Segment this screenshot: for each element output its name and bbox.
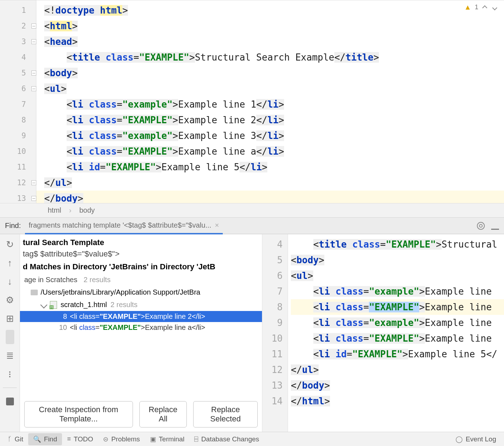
results-button-row: Create Inspection from Template... Repla… <box>20 397 262 432</box>
status-todo-label: TODO <box>74 435 93 443</box>
status-git-label: Git <box>15 435 23 443</box>
rerun-icon[interactable] <box>3 237 17 251</box>
editor-code[interactable]: <!doctype html><html><head> <title class… <box>36 0 504 203</box>
results-header: tural Search Template <box>20 234 262 248</box>
find-preview-pane[interactable]: 4567891011121314 <title class="EXAMPLE">… <box>262 234 504 432</box>
expand-all-icon[interactable] <box>3 348 17 363</box>
results-file-name: scratch_1.html <box>61 301 107 309</box>
preview-gutter: 4567891011121314 <box>262 234 288 432</box>
breadcrumb-separator: › <box>69 206 72 214</box>
list-icon: ≡ <box>67 435 71 443</box>
find-label: Find: <box>5 222 21 230</box>
next-highlight-icon[interactable] <box>492 4 498 11</box>
status-db[interactable]: ⌸Database Changes <box>189 433 264 445</box>
preview-icon[interactable] <box>6 330 14 344</box>
preview-code[interactable]: <title class="EXAMPLE">Structural<body><… <box>288 234 504 432</box>
result-match[interactable]: 10<li class="EXAMPLE">Example line a</li… <box>20 322 262 333</box>
status-problems-label: Problems <box>111 435 140 443</box>
minimize-icon[interactable] <box>491 222 499 230</box>
breadcrumb-item[interactable]: body <box>79 206 94 214</box>
find-tab[interactable]: fragments matching template '<$tag$ $att… <box>27 218 220 234</box>
terminal-icon: ▣ <box>150 435 156 443</box>
warning-count: 1 <box>475 4 478 11</box>
alert-icon: ⊝ <box>103 435 108 443</box>
status-bar[interactable]: ᚶGit 🔍Find ≡TODO ⊝Problems ▣Terminal ⌸Da… <box>0 432 504 446</box>
find-toolwindow-tabbar[interactable]: Find: fragments matching template '<$tag… <box>0 217 504 234</box>
editor-pane[interactable]: 12345678910111213 <!doctype html><html><… <box>0 0 504 203</box>
chevron-down-icon[interactable] <box>40 301 47 308</box>
collapse-all-icon[interactable] <box>3 367 17 381</box>
status-find[interactable]: 🔍Find <box>28 433 62 445</box>
html-file-icon <box>50 301 57 309</box>
status-find-label: Find <box>44 435 57 443</box>
find-toolwindow: tural Search Template tag$ $attribute$="… <box>0 234 504 432</box>
results-folder-path: /Users/jetbrains/Library/Application Sup… <box>41 288 200 296</box>
pin-icon[interactable] <box>3 394 17 409</box>
find-side-toolbar[interactable] <box>0 234 20 432</box>
breadcrumb-bar[interactable]: html › body <box>0 203 504 217</box>
results-usage-label: age in Scratches <box>24 276 77 284</box>
close-icon[interactable]: × <box>215 221 219 229</box>
create-inspection-button[interactable]: Create Inspection from Template... <box>24 401 133 427</box>
status-todo[interactable]: ≡TODO <box>62 433 98 445</box>
results-template: tag$ $attribute$="$value$"> <box>20 248 262 260</box>
find-results-tree[interactable]: tural Search Template tag$ $attribute$="… <box>20 234 262 432</box>
breadcrumb-item[interactable]: html <box>48 206 61 214</box>
results-file[interactable]: scratch_1.html 2 results <box>20 299 262 311</box>
bubble-icon: ◯ <box>456 435 463 443</box>
settings-icon[interactable] <box>3 293 17 307</box>
status-db-label: Database Changes <box>201 435 259 443</box>
results-group[interactable]: d Matches in Directory 'JetBrains' in Di… <box>20 260 262 274</box>
results-folder[interactable]: /Users/jetbrains/Library/Application Sup… <box>20 286 262 299</box>
editor-gutter: 12345678910111213 <box>0 0 36 203</box>
prev-highlight-icon[interactable] <box>482 4 488 11</box>
group-by-icon[interactable] <box>3 311 17 326</box>
branch-icon: ᚶ <box>8 435 12 443</box>
warning-icon: ▲ <box>464 3 471 11</box>
gear-icon[interactable] <box>477 222 485 230</box>
prev-result-icon[interactable] <box>3 256 17 270</box>
status-eventlog[interactable]: ◯Event Log <box>451 433 501 445</box>
results-file-count: 2 results <box>110 301 138 309</box>
replace-selected-button[interactable]: Replace Selected <box>193 401 258 427</box>
status-terminal-label: Terminal <box>159 435 185 443</box>
divider <box>3 388 17 388</box>
replace-all-button[interactable]: Replace All <box>139 401 187 427</box>
result-match[interactable]: 8<li class="EXAMPLE">Example line 2</li> <box>20 311 262 322</box>
status-git[interactable]: ᚶGit <box>3 433 28 445</box>
inspection-widget[interactable]: ▲ 1 <box>464 3 498 11</box>
find-tab-label: fragments matching template '<$tag$ $att… <box>29 221 211 229</box>
search-icon: 🔍 <box>33 435 41 443</box>
results-usage-count: 2 results <box>84 276 111 284</box>
status-problems[interactable]: ⊝Problems <box>98 433 145 445</box>
status-eventlog-label: Event Log <box>466 435 496 443</box>
results-usage-line[interactable]: age in Scratches 2 results <box>20 274 262 286</box>
status-terminal[interactable]: ▣Terminal <box>145 433 190 445</box>
database-icon: ⌸ <box>194 435 198 443</box>
next-result-icon[interactable] <box>3 274 17 289</box>
folder-icon <box>31 290 38 295</box>
